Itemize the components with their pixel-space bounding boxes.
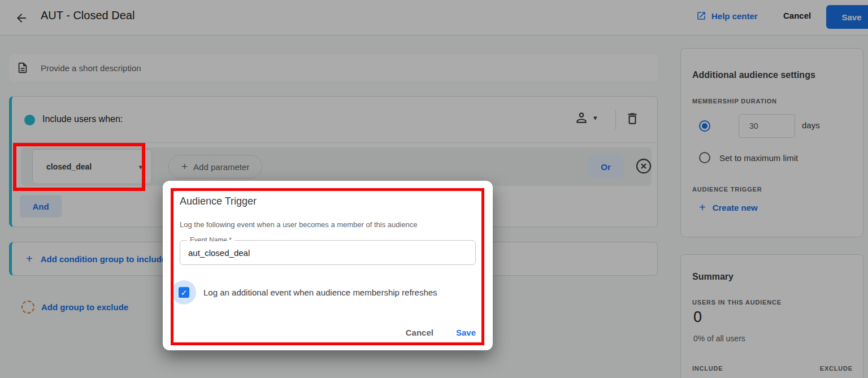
dialog-description: Log the following event when a user beco… <box>180 220 418 229</box>
audience-trigger-dialog: Audience Trigger Log the following event… <box>163 181 493 350</box>
event-name-field: Event Name * <box>180 240 476 265</box>
checkbox-label: Log an additional event when audience me… <box>203 288 437 297</box>
event-name-input[interactable] <box>188 241 467 264</box>
refresh-event-row: ✓ Log an additional event when audience … <box>172 280 437 305</box>
checkbox-checked[interactable]: ✓ <box>179 287 189 298</box>
dialog-save-button[interactable]: Save <box>456 328 476 337</box>
checkbox-halo[interactable]: ✓ <box>172 280 196 305</box>
dialog-title: Audience Trigger <box>180 195 257 207</box>
dialog-cancel-button[interactable]: Cancel <box>406 328 433 337</box>
